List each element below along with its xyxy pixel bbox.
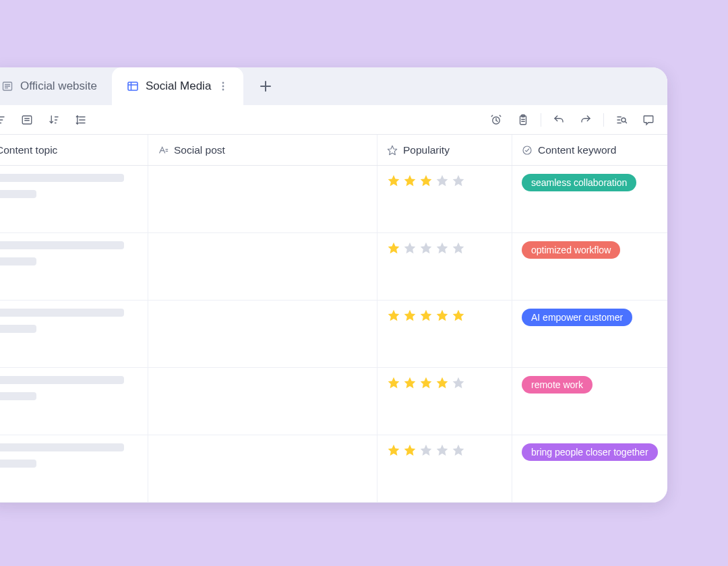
cell-content-keyword[interactable]: bring people closer together (512, 435, 667, 502)
star-filled-icon[interactable] (419, 376, 433, 389)
star-empty-icon[interactable] (435, 241, 449, 255)
star-filled-icon[interactable] (403, 309, 417, 322)
cell-social-post[interactable] (148, 301, 377, 367)
check-circle-icon (522, 145, 533, 156)
cell-content-keyword[interactable]: remote work (512, 368, 667, 435)
cell-content-topic[interactable] (0, 301, 148, 367)
skeleton-line (0, 190, 36, 198)
app-window: Official website Social Media (0, 67, 667, 503)
svg-rect-4 (128, 82, 138, 90)
column-header-popularity[interactable]: Popularity (377, 135, 512, 165)
star-filled-icon[interactable] (419, 309, 433, 322)
star-filled-icon[interactable] (387, 174, 400, 187)
star-rating[interactable] (387, 443, 502, 457)
skeleton-line (0, 376, 124, 384)
star-empty-icon[interactable] (419, 443, 433, 457)
column-header-content-topic[interactable]: Content topic (0, 135, 148, 165)
star-filled-icon[interactable] (452, 309, 465, 322)
tab-social-media[interactable]: Social Media (112, 67, 243, 105)
table-row[interactable]: remote work (0, 368, 667, 435)
svg-marker-46 (437, 243, 448, 254)
star-rating[interactable] (387, 241, 502, 255)
keyword-chip[interactable]: AI empower customer (522, 309, 632, 326)
star-filled-icon[interactable] (435, 309, 449, 322)
tab-official-website[interactable]: Official website (0, 67, 112, 105)
star-empty-icon[interactable] (419, 241, 433, 255)
star-filled-icon[interactable] (419, 174, 433, 187)
cell-popularity[interactable] (377, 166, 512, 232)
table-row[interactable]: optimized workflow (0, 233, 667, 301)
skeleton-line (0, 325, 36, 333)
cell-content-topic[interactable] (0, 233, 148, 300)
cell-popularity[interactable] (377, 301, 512, 367)
keyword-chip[interactable]: remote work (522, 376, 593, 394)
svg-marker-54 (404, 377, 416, 389)
skeleton-line (0, 309, 124, 317)
star-filled-icon[interactable] (387, 443, 400, 457)
sort-button[interactable] (40, 106, 67, 133)
svg-line-23 (496, 120, 497, 121)
card-view-button[interactable] (13, 106, 40, 133)
table-row[interactable]: AI empower customer (0, 301, 667, 368)
star-empty-icon[interactable] (403, 241, 417, 255)
filter-button[interactable] (0, 106, 13, 133)
star-empty-icon[interactable] (435, 443, 449, 457)
cell-content-keyword[interactable]: seamless collaboration (512, 166, 667, 232)
skeleton-line (0, 460, 36, 468)
table-row[interactable]: seamless collaboration (0, 166, 667, 233)
svg-marker-49 (404, 310, 416, 321)
redo-button[interactable] (572, 106, 599, 133)
svg-marker-52 (453, 310, 464, 321)
cell-content-keyword[interactable]: AI empower customer (512, 301, 667, 367)
undo-button[interactable] (545, 106, 572, 133)
reminder-button[interactable] (483, 106, 510, 133)
svg-marker-50 (421, 310, 432, 321)
cell-social-post[interactable] (148, 166, 377, 232)
svg-marker-47 (453, 243, 464, 254)
star-empty-icon[interactable] (452, 174, 465, 187)
tab-menu-icon[interactable] (218, 78, 229, 94)
star-empty-icon[interactable] (452, 443, 465, 457)
cell-content-topic[interactable] (0, 368, 148, 435)
keyword-chip[interactable]: optimized workflow (522, 241, 620, 259)
text-icon (158, 145, 169, 156)
star-empty-icon[interactable] (435, 174, 449, 187)
find-record-button[interactable] (608, 106, 635, 133)
cell-popularity[interactable] (377, 435, 512, 502)
cell-popularity[interactable] (377, 233, 512, 300)
cell-popularity[interactable] (377, 368, 512, 435)
svg-point-37 (523, 146, 531, 154)
star-filled-icon[interactable] (403, 376, 417, 389)
star-filled-icon[interactable] (403, 174, 417, 187)
cell-social-post[interactable] (148, 435, 377, 502)
skeleton-line (0, 443, 124, 451)
svg-line-32 (625, 121, 626, 123)
svg-marker-59 (404, 445, 416, 456)
table-row[interactable]: bring people closer together (0, 435, 667, 503)
cell-content-topic[interactable] (0, 435, 148, 502)
star-filled-icon[interactable] (387, 241, 400, 255)
star-rating[interactable] (387, 376, 502, 389)
column-header-content-keyword[interactable]: Content keyword (512, 135, 667, 165)
star-rating[interactable] (387, 174, 502, 187)
table-body: seamless collaborationoptimized workflow… (0, 166, 667, 503)
clipboard-button[interactable] (510, 106, 537, 133)
keyword-chip[interactable]: seamless collaboration (522, 174, 636, 191)
comments-button[interactable] (635, 106, 662, 133)
cell-social-post[interactable] (148, 233, 377, 300)
cell-content-keyword[interactable]: optimized workflow (512, 233, 667, 300)
star-empty-icon[interactable] (452, 376, 465, 389)
star-filled-icon[interactable] (387, 376, 400, 389)
cell-social-post[interactable] (148, 368, 377, 435)
star-filled-icon[interactable] (403, 443, 417, 457)
column-header-social-post[interactable]: Social post (148, 135, 377, 165)
star-filled-icon[interactable] (387, 309, 400, 322)
cell-content-topic[interactable] (0, 166, 148, 232)
keyword-chip[interactable]: bring people closer together (522, 443, 658, 461)
add-tab-button[interactable] (260, 80, 272, 92)
svg-marker-41 (437, 175, 448, 187)
star-rating[interactable] (387, 309, 502, 322)
row-height-button[interactable] (67, 106, 94, 133)
star-filled-icon[interactable] (435, 376, 449, 389)
star-empty-icon[interactable] (452, 241, 465, 255)
